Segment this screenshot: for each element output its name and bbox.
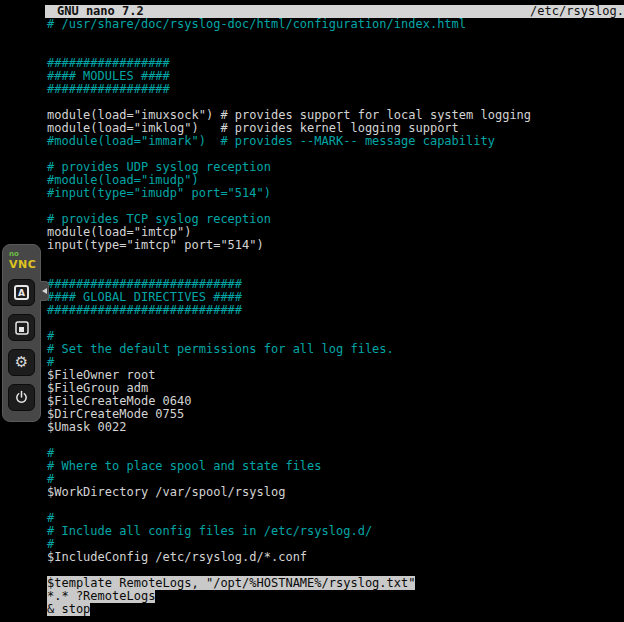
novnc-control-bar: no VNC A ⚙ [2,244,41,422]
editor-line-text: $FileGroup adm [47,381,148,395]
editor-line: $IncludeConfig /etc/rsyslog.d/*.conf [47,551,624,564]
editor-line-text: & stop [47,602,90,616]
collapse-arrow-icon [42,288,47,294]
desktop-screen: GNU nano 7.2 /etc/rsyslog. # /usr/share/… [0,0,624,622]
novnc-logo-vnc: VNC [9,258,40,271]
control-bar-handle[interactable] [40,281,49,301]
gear-icon: ⚙ [15,355,28,370]
editor-line [47,31,624,44]
editor-line-text: # provides TCP syslog reception [47,212,271,226]
editor-line [47,317,624,330]
editor-line-text: $IncludeConfig /etc/rsyslog.d/*.conf [47,550,307,564]
editor-line-text: # Set the default permissions for all lo… [47,342,394,356]
fullscreen-icon [14,320,30,336]
terminal-window: GNU nano 7.2 /etc/rsyslog. # /usr/share/… [45,5,624,622]
editor-line: # /usr/share/doc/rsyslog-doc/html/config… [47,18,624,31]
editor-line-text: $WorkDirectory /var/spool/rsyslog [47,485,285,499]
editor-line-text: ################# [47,56,170,70]
editor-line-text: # [47,472,54,486]
editor-line: input(type="imtcp" port="514") [47,239,624,252]
extra-keys-button[interactable]: A [8,279,35,306]
novnc-logo-no: no [9,250,40,258]
editor-line-text: # [47,329,54,343]
editor-line-text: # [47,511,54,525]
editor-line [47,434,624,447]
editor-line: #input(type="imudp" port="514") [47,187,624,200]
editor-line-text: #input(type="imudp" port="514") [47,186,271,200]
editor-line: $WorkDirectory /var/spool/rsyslog [47,486,624,499]
editor-line-text: ################# [47,82,170,96]
editor-line: ########################### [47,304,624,317]
editor-line-text: $DirCreateMode 0755 [47,407,184,421]
settings-button[interactable]: ⚙ [8,349,35,376]
fullscreen-button[interactable] [8,314,35,341]
editor-line: # Set the default permissions for all lo… [47,343,624,356]
editor-line: # Include all config files in /etc/rsysl… [47,525,624,538]
editor-line-text: module(load="imuxsock") # provides suppo… [47,108,531,122]
editor-line: & stop [47,603,624,616]
editor-line-text: input(type="imtcp" port="514") [47,238,264,252]
editor-line-text: # [47,355,54,369]
editor-line-text: $Umask 0022 [47,420,126,434]
editor-line-text: # Where to place spool and state files [47,459,322,473]
editor-line: $DirCreateMode 0755 [47,408,624,421]
editor-line-text: module(load="imklog") # provides kernel … [47,121,459,135]
editor-line-text: *.* ?RemoteLogs [47,589,155,603]
power-button[interactable] [8,384,35,411]
editor-line-text: # /usr/share/doc/rsyslog-doc/html/config… [47,17,466,31]
editor-line-text: module(load="imtcp") [47,225,192,239]
editor-body[interactable]: # /usr/share/doc/rsyslog-doc/html/config… [45,18,624,616]
editor-line-text: #### MODULES #### [47,69,170,83]
power-icon [14,390,29,405]
editor-line-text: # [47,446,54,460]
editor-line-text: $FileOwner root [47,368,155,382]
editor-line-text: ########################### [47,277,242,291]
editor-line: #module(load="immark") # provides --MARK… [47,135,624,148]
editor-line: # Where to place spool and state files [47,460,624,473]
editor-line-text: #### GLOBAL DIRECTIVES #### [47,290,242,304]
nano-filename-label: /etc/rsyslog. [530,5,624,18]
editor-line: *.* ?RemoteLogs [47,590,624,603]
editor-line [47,252,624,265]
editor-line [47,499,624,512]
editor-line-text: ########################### [47,303,242,317]
editor-line-text: #module(load="imudp") [47,173,199,187]
editor-line-text: # provides UDP syslog reception [47,160,271,174]
editor-line-text: #module(load="immark") # provides --MARK… [47,134,495,148]
editor-line-text: # [47,537,54,551]
novnc-logo: no VNC [3,250,40,271]
editor-line-text: # Include all config files in /etc/rsysl… [47,524,372,538]
editor-line: $Umask 0022 [47,421,624,434]
editor-line: ################# [47,83,624,96]
editor-line-text: $template RemoteLogs, "/opt/%HOSTNAME%/r… [47,576,415,590]
keyboard-a-icon: A [14,285,29,300]
editor-line-text: $FileCreateMode 0640 [47,394,192,408]
